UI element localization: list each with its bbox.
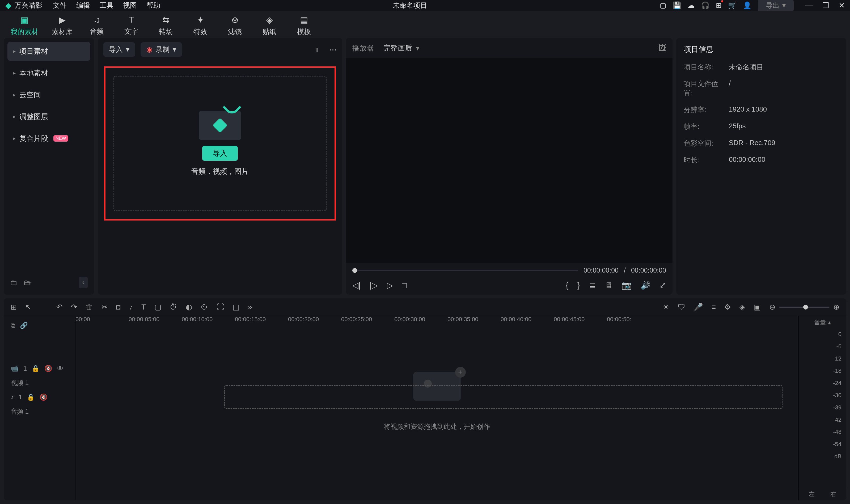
- tl-ai-icon[interactable]: ⚙: [724, 303, 731, 311]
- filter-icon[interactable]: ⫾: [315, 45, 319, 54]
- menu-view[interactable]: 视图: [123, 1, 137, 10]
- compare-icon[interactable]: ≣: [589, 281, 596, 290]
- window-minimize[interactable]: —: [806, 1, 813, 10]
- quality-select[interactable]: 完整画质▾: [379, 42, 424, 54]
- tl-link-icon[interactable]: 🔗: [20, 322, 28, 329]
- window-close[interactable]: ✕: [838, 1, 845, 10]
- collapse-button[interactable]: ‹: [79, 277, 88, 288]
- tl-marker-icon[interactable]: ◈: [740, 303, 745, 311]
- tab-template[interactable]: ▤模板: [293, 15, 314, 36]
- track-eye-icon[interactable]: 👁: [57, 365, 64, 372]
- channel-right: 右: [830, 490, 836, 498]
- prev-frame-icon[interactable]: ◁|: [352, 281, 361, 290]
- track-mute-icon[interactable]: 🔇: [44, 365, 52, 372]
- window-maximize[interactable]: ❐: [822, 1, 829, 10]
- tl-more-icon[interactable]: »: [248, 303, 252, 311]
- timeline-ruler[interactable]: 00:0000:00:05:0000:00:10:0000:00:15:0000…: [75, 316, 798, 325]
- tl-redo-icon[interactable]: ↷: [71, 303, 77, 311]
- tab-sticker[interactable]: ◈贴纸: [259, 15, 280, 36]
- info-path-label: 项目文件位置:: [684, 79, 721, 98]
- tl-color-icon[interactable]: ◐: [186, 303, 192, 311]
- tl-eq-icon[interactable]: ≡: [711, 303, 716, 311]
- headset-icon[interactable]: 🎧: [701, 1, 709, 10]
- mark-out-icon[interactable]: }: [577, 281, 580, 290]
- player-time-sep: /: [624, 267, 626, 274]
- menu-help[interactable]: 帮助: [146, 1, 160, 10]
- track-lock-icon[interactable]: 🔒: [32, 365, 40, 372]
- tl-sun-icon[interactable]: ☀: [663, 303, 669, 311]
- info-fps-value: 25fps: [729, 122, 746, 131]
- tl-mask-icon[interactable]: ▢: [155, 303, 161, 311]
- new-badge: NEW: [53, 135, 68, 142]
- step-back-icon[interactable]: |▷: [369, 281, 378, 290]
- camera-icon[interactable]: 📷: [622, 281, 632, 290]
- tl-stopwatch-icon[interactable]: ⏲: [201, 303, 208, 311]
- fullscreen-icon[interactable]: ⤢: [659, 281, 666, 290]
- import-dropdown[interactable]: 导入▾: [103, 42, 135, 57]
- tab-stock[interactable]: ▶素材库: [52, 15, 73, 36]
- stop-icon[interactable]: □: [402, 281, 407, 290]
- tab-transition[interactable]: ⇆转场: [155, 15, 177, 36]
- player-progress[interactable]: [352, 270, 578, 271]
- sidebar-item-local[interactable]: ▸本地素材: [7, 64, 90, 83]
- record-dropdown[interactable]: ◉录制▾: [141, 42, 182, 57]
- display-icon[interactable]: 🖥: [605, 281, 613, 290]
- my-media-icon: ▣: [20, 15, 29, 25]
- tl-mic-icon[interactable]: 🎤: [694, 303, 703, 311]
- export-button[interactable]: 导出▾: [758, 0, 794, 11]
- tab-audio[interactable]: ♫音频: [86, 15, 107, 36]
- info-path-value: /: [729, 79, 731, 98]
- tl-undo-icon[interactable]: ↶: [56, 303, 62, 311]
- tl-text-icon[interactable]: T: [141, 303, 146, 311]
- mark-in-icon[interactable]: {: [566, 281, 568, 290]
- zoom-out-icon[interactable]: ⊖: [769, 303, 775, 311]
- text-icon: T: [129, 15, 134, 25]
- tl-dup-icon[interactable]: ⧉: [11, 322, 15, 329]
- cart-icon[interactable]: 🛒: [728, 1, 737, 10]
- tl-crop-icon[interactable]: ◘: [116, 303, 121, 311]
- tl-render-icon[interactable]: ▣: [754, 303, 761, 311]
- user-icon[interactable]: 👤: [743, 1, 752, 10]
- tl-delete-icon[interactable]: 🗑: [86, 303, 93, 311]
- tl-cursor-icon[interactable]: ↖: [25, 303, 31, 311]
- volume-icon[interactable]: 🔊: [640, 281, 650, 290]
- track-mute-icon[interactable]: 🔇: [40, 394, 48, 401]
- device-icon[interactable]: ▢: [660, 1, 666, 10]
- tab-effects[interactable]: ✦特效: [190, 15, 211, 36]
- timeline-dropzone[interactable]: [224, 385, 782, 409]
- info-res-label: 分辨率:: [684, 105, 721, 114]
- tl-cut-icon[interactable]: ✂: [102, 303, 108, 311]
- folder-icon[interactable]: 🗁: [24, 278, 31, 287]
- tl-track-icon[interactable]: ◫: [233, 303, 239, 311]
- menu-tools[interactable]: 工具: [100, 1, 113, 10]
- snapshot-icon[interactable]: 🖼: [658, 43, 666, 53]
- apps-icon[interactable]: ⊞: [716, 1, 722, 10]
- save-icon[interactable]: 💾: [673, 1, 681, 10]
- tl-shield-icon[interactable]: 🛡: [678, 303, 685, 311]
- sidebar-item-project[interactable]: ▸项目素材: [7, 42, 90, 61]
- tab-text[interactable]: T文字: [121, 15, 142, 36]
- folder-add-icon[interactable]: 🗀: [10, 278, 17, 287]
- import-button[interactable]: 导入: [202, 146, 238, 161]
- tab-my-media[interactable]: ▣我的素材: [11, 15, 38, 36]
- tl-fit-icon[interactable]: ⛶: [217, 303, 224, 311]
- tl-music-icon[interactable]: ♪: [129, 303, 133, 311]
- menu-edit[interactable]: 编辑: [76, 1, 90, 10]
- play-icon[interactable]: ▷: [387, 281, 393, 290]
- zoom-slider[interactable]: [779, 307, 830, 308]
- info-name-label: 项目名称:: [684, 62, 721, 72]
- tab-filter[interactable]: ⊛滤镜: [224, 15, 246, 36]
- sidebar-item-compound[interactable]: ▸复合片段NEW: [7, 129, 90, 148]
- sidebar-item-adjust[interactable]: ▸调整图层: [7, 107, 90, 126]
- track-lock-icon[interactable]: 🔒: [27, 394, 35, 401]
- import-dropzone[interactable]: 导入 音频，视频，图片: [113, 76, 327, 211]
- player-canvas: [346, 58, 672, 263]
- tl-speed-icon[interactable]: ⏱: [170, 303, 177, 311]
- zoom-in-icon[interactable]: ⊕: [833, 303, 839, 311]
- more-icon[interactable]: ⋯: [329, 45, 337, 54]
- cloud-icon[interactable]: ☁: [688, 1, 694, 10]
- tl-grid-icon[interactable]: ⊞: [11, 303, 17, 311]
- sidebar-item-cloud[interactable]: ▸云空间: [7, 85, 90, 104]
- menu-file[interactable]: 文件: [53, 1, 67, 10]
- info-fps-label: 帧率:: [684, 122, 721, 131]
